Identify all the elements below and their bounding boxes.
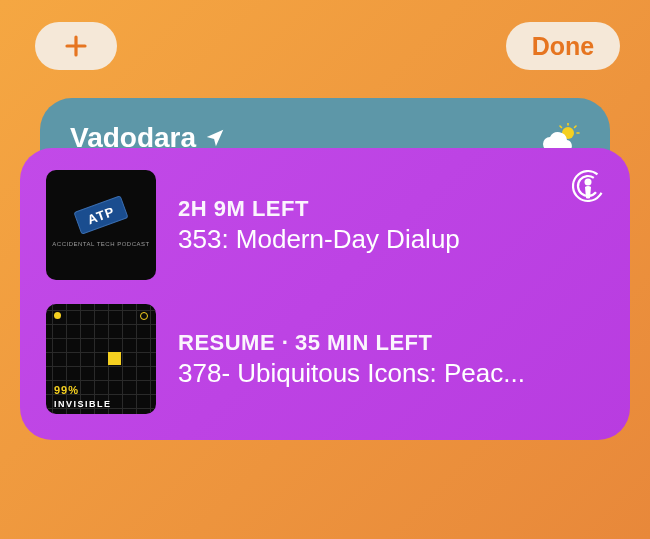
svg-point-7 bbox=[585, 179, 592, 186]
podcast-title: 378- Ubiquitous Icons: Peac... bbox=[178, 358, 604, 389]
podcast-text: RESUME · 35 MIN LEFT 378- Ubiquitous Ico… bbox=[178, 330, 604, 389]
podcast-item[interactable]: 99% INVISIBLE RESUME · 35 MIN LEFT 378- … bbox=[46, 304, 604, 414]
podcasts-widget[interactable]: ATP ACCIDENTAL TECH PODCAST 2H 9M LEFT 3… bbox=[20, 148, 630, 440]
podcast-title: 353: Modern-Day Dialup bbox=[178, 224, 604, 255]
artwork-line2: INVISIBLE bbox=[54, 399, 112, 409]
podcast-meta: 2H 9M LEFT bbox=[178, 196, 604, 222]
svg-line-2 bbox=[575, 126, 577, 128]
podcast-item[interactable]: ATP ACCIDENTAL TECH PODCAST 2H 9M LEFT 3… bbox=[46, 170, 604, 280]
podcast-artwork: ATP ACCIDENTAL TECH PODCAST bbox=[46, 170, 156, 280]
artwork-subtitle: ACCIDENTAL TECH PODCAST bbox=[52, 241, 149, 247]
artwork-line1: 99% bbox=[54, 384, 79, 396]
editor-toolbar: Done bbox=[0, 0, 650, 70]
podcasts-app-icon bbox=[570, 168, 606, 208]
location-icon bbox=[204, 127, 226, 149]
done-label: Done bbox=[532, 32, 595, 61]
podcast-text: 2H 9M LEFT 353: Modern-Day Dialup bbox=[178, 196, 604, 255]
podcast-meta: RESUME · 35 MIN LEFT bbox=[178, 330, 604, 356]
done-button[interactable]: Done bbox=[506, 22, 620, 70]
svg-line-4 bbox=[560, 126, 562, 128]
artwork-badge: ATP bbox=[73, 195, 128, 235]
add-widget-button[interactable] bbox=[35, 22, 117, 70]
widget-stack: Vadodara bbox=[0, 70, 650, 218]
podcast-artwork: 99% INVISIBLE bbox=[46, 304, 156, 414]
plus-icon bbox=[64, 34, 88, 58]
